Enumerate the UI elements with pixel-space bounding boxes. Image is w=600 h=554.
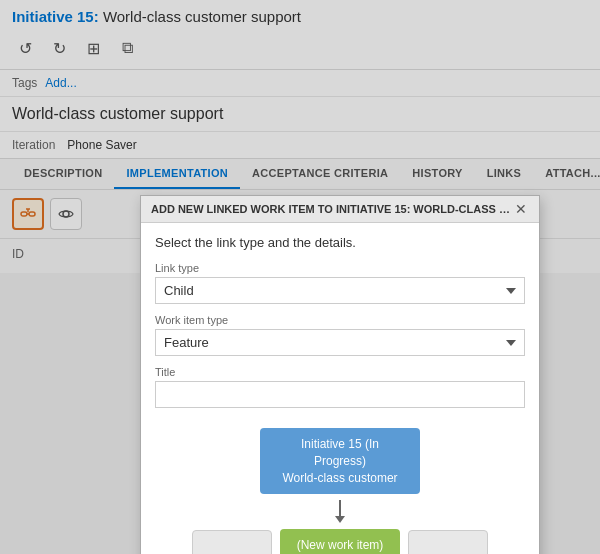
diagram-bottom-row: (New work item) (192, 529, 488, 554)
empty-left-node (192, 530, 272, 554)
parent-node: Initiative 15 (In Progress) World-class … (260, 428, 420, 494)
modal-description: Select the link type and the details. (155, 235, 525, 250)
work-item-type-group: Work item type Feature Epic Story Bug Ta… (155, 314, 525, 356)
work-item-type-select[interactable]: Feature Epic Story Bug Task (155, 329, 525, 356)
title-group: Title (155, 366, 525, 408)
modal-title: ADD NEW LINKED WORK ITEM TO INITIATIVE 1… (151, 203, 511, 215)
modal-close-button[interactable]: ✕ (513, 202, 529, 216)
diagram-arrow (335, 500, 345, 523)
diagram-area: Initiative 15 (In Progress) World-class … (155, 418, 525, 554)
work-item-type-label: Work item type (155, 314, 525, 326)
parent-node-line1: Initiative 15 (In Progress) (301, 437, 379, 468)
new-work-item-node: (New work item) (280, 529, 400, 554)
modal-body: Select the link type and the details. Li… (141, 223, 539, 554)
add-link-modal: ADD NEW LINKED WORK ITEM TO INITIATIVE 1… (140, 195, 540, 554)
modal-header: ADD NEW LINKED WORK ITEM TO INITIATIVE 1… (141, 196, 539, 223)
link-type-select[interactable]: Child Parent Related Duplicate (155, 277, 525, 304)
parent-node-line2: World-class customer (282, 471, 397, 485)
title-field-label: Title (155, 366, 525, 378)
title-input[interactable] (155, 381, 525, 408)
link-type-label: Link type (155, 262, 525, 274)
modal-overlay: ADD NEW LINKED WORK ITEM TO INITIATIVE 1… (0, 0, 600, 554)
link-type-group: Link type Child Parent Related Duplicate (155, 262, 525, 304)
empty-right-node (408, 530, 488, 554)
